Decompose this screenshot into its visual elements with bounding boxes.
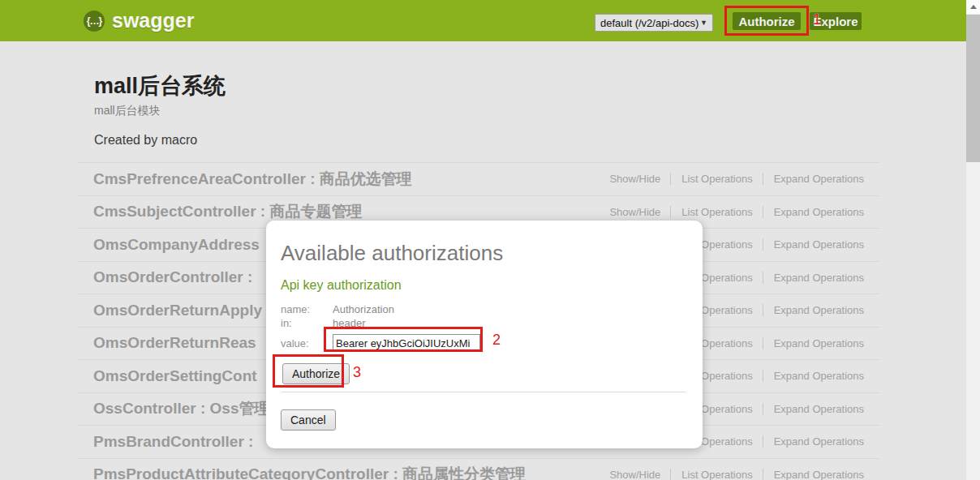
auth-name-value: Authorization <box>333 303 394 315</box>
auth-in-row: in: header <box>281 317 365 329</box>
list-operations-link[interactable]: List Operations <box>670 206 752 218</box>
expand-operations-link[interactable]: Expand Operations <box>763 206 864 218</box>
expand-operations-link[interactable]: Expand Operations <box>763 173 864 185</box>
auth-value-label: value: <box>281 337 333 349</box>
resource-name[interactable]: CmsPrefrenceAreaController : 商品优选管理 <box>93 169 412 190</box>
expand-operations-link[interactable]: Expand Operations <box>763 238 864 251</box>
resource-name[interactable]: OssController : Oss管理 <box>93 398 270 419</box>
auth-name-row: name: Authorization <box>281 303 394 315</box>
resource-links: Show/Hide List Operations Expand Operati… <box>609 173 864 185</box>
auth-value-input[interactable] <box>333 334 480 352</box>
resource-name[interactable]: OmsOrderController : <box>93 268 252 286</box>
api-spec-selector-value: default (/v2/api-docs) <box>600 17 698 29</box>
expand-operations-link[interactable]: Expand Operations <box>763 337 864 349</box>
modal-cancel-button[interactable]: Cancel <box>281 409 336 431</box>
created-by-text: Created by macro <box>94 133 197 148</box>
api-key-authorization-heading: Api key authorization <box>281 278 402 293</box>
auth-modal-title: Available authorizations <box>281 241 503 266</box>
expand-operations-link[interactable]: Expand Operations <box>763 370 864 382</box>
list-operations-link[interactable]: List Operations <box>670 469 752 480</box>
auth-in-value: header <box>333 317 365 329</box>
list-operations-link[interactable]: List Operations <box>670 173 752 185</box>
chevron-down-icon: ▼ <box>700 19 707 27</box>
resource-links: Show/Hide List Operations Expand Operati… <box>609 206 864 218</box>
resource-name[interactable]: PmsProductAttributeCategoryController : … <box>93 464 526 480</box>
brand-title: swagger <box>112 9 194 32</box>
show-hide-link[interactable]: Show/Hide <box>609 173 660 185</box>
expand-operations-link[interactable]: Expand Operations <box>763 435 864 448</box>
header-explore-button[interactable]: Explore <box>810 12 862 30</box>
modal-authorize-button[interactable]: Authorize <box>282 363 350 384</box>
auth-modal: Available authorizations Api key authori… <box>266 221 703 448</box>
show-hide-link[interactable]: Show/Hide <box>609 469 660 480</box>
resource-name[interactable]: OmsCompanyAddress <box>93 236 260 254</box>
swagger-page: {…} swagger default (/v2/api-docs) ▼ Aut… <box>0 0 980 480</box>
show-hide-link[interactable]: Show/Hide <box>609 206 660 218</box>
modal-divider <box>281 392 686 392</box>
page-title: mall后台系统 <box>94 71 226 101</box>
app-header: {…} swagger default (/v2/api-docs) ▼ Aut… <box>0 0 966 41</box>
auth-name-label: name: <box>281 303 333 315</box>
api-spec-selector[interactable]: default (/v2/api-docs) ▼ <box>595 14 713 32</box>
expand-operations-link[interactable]: Expand Operations <box>763 304 864 316</box>
auth-value-row: value: <box>281 334 480 352</box>
resource-row: CmsPrefrenceAreaController : 商品优选管理 Show… <box>77 163 880 196</box>
page-description: mall后台模块 <box>94 104 161 118</box>
expand-operations-link[interactable]: Expand Operations <box>763 469 864 480</box>
resource-name[interactable]: PmsBrandController : <box>93 433 253 451</box>
expand-operations-link[interactable]: Expand Operations <box>763 403 864 415</box>
header-authorize-button[interactable]: Authorize <box>733 12 801 30</box>
scrollbar-thumb[interactable] <box>966 15 980 162</box>
vertical-scrollbar[interactable] <box>966 0 980 480</box>
resource-name[interactable]: OmsOrderSettingCont <box>93 367 257 385</box>
arrow-up-icon <box>970 5 977 9</box>
resource-name[interactable]: OmsOrderReturnApply <box>93 302 262 319</box>
resource-row: PmsProductAttributeCategoryController : … <box>77 459 880 480</box>
resource-name[interactable]: CmsSubjectController : 商品专题管理 <box>93 201 362 222</box>
swagger-logo-icon: {…} <box>84 11 105 32</box>
auth-in-label: in: <box>281 317 333 329</box>
expand-operations-link[interactable]: Expand Operations <box>763 272 864 284</box>
scrollbar-up-button[interactable] <box>966 0 980 14</box>
resource-name[interactable]: OmsOrderReturnReas <box>93 334 256 352</box>
resource-links: Show/Hide List Operations Expand Operati… <box>609 469 864 480</box>
